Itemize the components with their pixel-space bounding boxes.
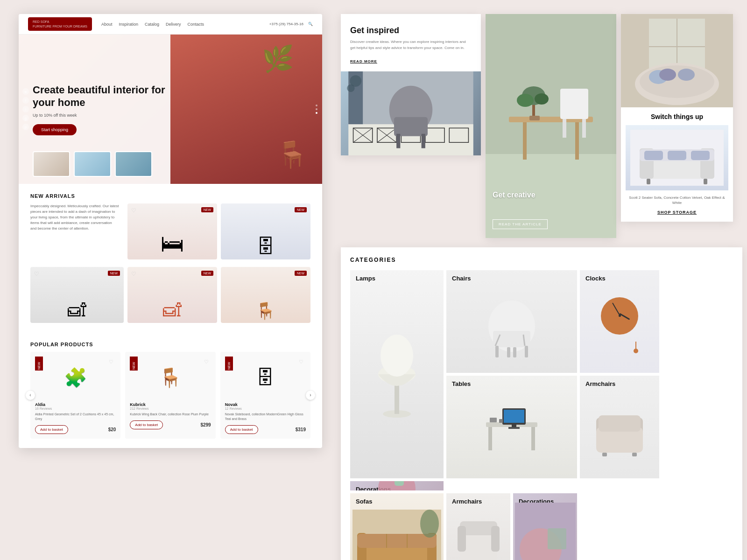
category-sofas[interactable]: Sofas [350,493,444,560]
hero-background: 🌿 🪑 [170,35,322,184]
shop-storage-link[interactable]: SHOP STORAGE [621,210,733,215]
inspiration-card: Get inspired Discover creative ideas. Wh… [341,14,481,155]
product-price-kubrick: $299 [200,422,211,427]
category-decorations[interactable]: Decorations [350,481,444,490]
svg-rect-68 [508,427,520,429]
clock-minute-hand [612,302,620,315]
new-badge-shelf: NEW [295,207,307,212]
armchairs-image [580,376,659,478]
thumb-2[interactable] [74,151,111,177]
add-to-basket-kubrick[interactable]: Add to basket [130,420,163,429]
wishlist-icon-novak[interactable]: ♡ [299,359,303,365]
nav-right: +375 (29) 754-35-16 🔍 [269,22,313,26]
category-clocks[interactable]: Clocks [580,270,659,373]
product-badge-kubrick: NEW [130,357,138,371]
new-badge-sofa-red: NEW [201,271,213,276]
svg-rect-69 [490,418,497,422]
nav-delivery[interactable]: Delivery [166,22,181,27]
product-price-novak: $319 [296,427,306,432]
svg-rect-12 [394,117,428,136]
arrival-card-bed[interactable]: ♡ NEW [127,203,217,259]
wishlist-icon-bed[interactable]: ♡ [131,207,136,214]
svg-rect-47 [644,151,663,160]
new-badge-bed: NEW [201,207,213,212]
svg-rect-25 [582,119,586,138]
product-reviews-aldia: 16 Reviews [35,407,116,410]
nav-catalog[interactable]: Catalog [145,22,159,27]
arrival-card-shelf[interactable]: NEW [221,203,310,259]
product-desc-novak: Novak Sideboard, collection ModernGreen … [225,412,306,421]
product-name-aldia: Aldia [35,402,116,407]
new-arrivals-section: NEW ARRIVALS Impeccably designed. Meticu… [19,184,322,332]
svg-rect-13 [396,133,400,148]
new-arrivals-grid: Impeccably designed. Meticulously crafte… [30,203,310,323]
svg-point-17 [347,84,354,91]
product-reviews-kubrick: 212 Reviews [130,407,211,410]
svg-rect-59 [525,346,528,357]
product-image-kubrick: NEW 🪑 ♡ [130,357,211,399]
product-image-novak: NEW 🗄 ♡ [225,357,306,399]
svg-point-28 [517,94,534,107]
product-name-novak: Novak [225,402,306,407]
product-desc-aldia: Aldia Printed Geometric Set of 2 Cushion… [35,412,116,421]
clock-hour-hand [619,313,630,320]
lamps-image [350,270,444,478]
clocks-image [580,270,659,373]
logo-text: RED SOFA [33,20,87,24]
arrival-card-armchair[interactable]: NEW 🪑 [221,267,310,323]
svg-rect-63 [488,427,492,450]
nav-inspiration[interactable]: Inspiration [119,22,138,27]
read-article-button[interactable]: READ THE ARTICLE [493,219,548,229]
thumb-3[interactable] [115,151,152,177]
svg-rect-21 [523,122,527,160]
category-armchairs-2[interactable]: Armchairs [446,493,510,560]
product-reviews-novak: 12 Reviews [225,407,306,410]
popular-title: POPULAR PRODUCTS [30,342,310,347]
search-icon[interactable]: 🔍 [308,22,313,26]
category-tables[interactable]: Tables [446,376,577,478]
product-footer-kubrick: Add to basket $299 [130,420,211,429]
category-armchairs[interactable]: Armchairs [580,376,659,478]
product-price-aldia: $20 [108,427,116,432]
read-more-link[interactable]: READ MORE [350,59,377,63]
arrival-card-sofa-red[interactable]: ♡ NEW 🛋 [127,267,217,323]
category-chairs[interactable]: Chairs [446,270,577,373]
nav-about[interactable]: About [101,22,113,27]
new-badge-armchair: NEW [295,271,307,276]
svg-rect-78 [395,481,404,486]
svg-rect-76 [632,453,637,456]
add-to-basket-aldia[interactable]: Add to basket [35,425,68,434]
right-panel: Get inspired Discover creative ideas. Wh… [341,14,738,555]
logo-tagline: FURNITURE FROM YOUR DREAMS [33,24,87,28]
category-lamps[interactable]: Lamps [350,270,444,478]
slide-dots [316,105,317,114]
svg-rect-74 [599,415,641,432]
switch-card: Switch things up Scott 2 Seater Sofa, Co… [621,14,733,222]
svg-rect-66 [504,410,524,423]
wishlist-icon-kubrick[interactable]: ♡ [204,359,209,365]
arrivals-description: Impeccably designed. Meticulously crafte… [30,203,124,263]
add-to-basket-novak[interactable]: Add to basket [225,425,258,434]
nav-links: About Inspiration Catalog Delivery Conta… [101,22,204,27]
wishlist-icon-sofa-red[interactable]: ♡ [131,271,136,277]
sofa-image [626,125,728,190]
product-card-novak: NEW 🗄 ♡ Novak 12 Reviews Novak Sideboard… [220,352,310,439]
switch-title: Switch things up [621,107,733,123]
svg-rect-93 [491,526,500,552]
logo[interactable]: RED SOFA FURNITURE FROM YOUR DREAMS [28,17,92,30]
nav-contacts[interactable]: Contacts [188,22,204,27]
svg-rect-14 [422,133,425,148]
svg-rect-56 [495,346,499,357]
wishlist-icon-aldia[interactable]: ♡ [109,359,113,365]
popular-prev-button[interactable]: ‹ [26,391,35,400]
start-shopping-button[interactable]: Start shopping [33,124,77,135]
wishlist-icon-sofa[interactable]: ♡ [34,271,39,277]
popular-next-button[interactable]: › [306,391,315,400]
thumb-1[interactable] [33,151,70,177]
svg-point-89 [420,510,439,538]
arrival-card-sofa-blue[interactable]: ♡ NEW 🛋 [30,267,124,323]
product-footer-aldia: Add to basket $20 [35,425,116,434]
category-decorations-2[interactable]: Decorations [513,493,577,560]
popular-section: POPULAR PRODUCTS ‹ NEW 🧩 ♡ Aldia 16 Revi… [19,332,322,448]
chairs-image [446,270,577,373]
